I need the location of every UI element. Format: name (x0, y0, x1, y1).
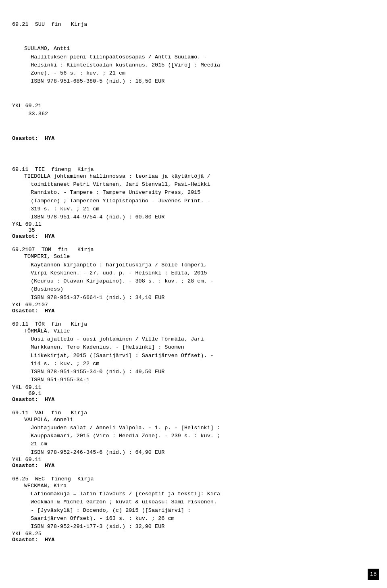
entry2-ykl: YKL 69.2107 (12, 302, 375, 308)
entry2-header: 69.2107 TOM fin Kirja (12, 247, 375, 253)
entry-tormala: 69.11 TÖR fin Kirja TÖRMÄLÄ, Ville Uusi … (12, 321, 375, 403)
entry2-body: TOMPERI, Soile Käytännön kirjanpito : ha… (12, 253, 375, 302)
entry3-header: 69.11 TÖR fin Kirja (12, 321, 375, 327)
entry4-osastot: Osastot: HYA (12, 463, 375, 469)
entry4-ykl: YKL 69.11 (12, 457, 375, 463)
entry5-header: 68.25 WEC fineng Kirja (12, 476, 375, 482)
entry5-osastot: Osastot: HYA (12, 537, 375, 543)
entry-valpola: 69.11 VAL fin Kirja VALPOLA, Anneli Joht… (12, 410, 375, 469)
entry1-osastot: Osastot: HYA (12, 233, 375, 239)
entry3-ykl: YKL 69.11 69.1 (12, 384, 375, 397)
partial-ykl: YKL 69.21 33.362 (12, 102, 375, 118)
entry5-ykl: YKL 68.25 (12, 531, 375, 537)
entry5-body: WECKMAN, Kira Latinomakuja = latin flavo… (12, 482, 375, 531)
entry1-ykl: YKL 69.11 35 (12, 221, 375, 233)
page-number: 18 (368, 569, 379, 580)
entry-tiedolla: 69.11 TIE fineng Kirja TIEDOLLA johtamin… (12, 166, 375, 240)
entry3-osastot: Osastot: HYA (12, 397, 375, 403)
entry-tomperi: 69.2107 TOM fin Kirja TOMPERI, Soile Käy… (12, 247, 375, 314)
entry1-header: 69.11 TIE fineng Kirja (12, 166, 375, 172)
entry4-header: 69.11 VAL fin Kirja (12, 410, 375, 416)
entry2-osastot: Osastot: HYA (12, 308, 375, 314)
entry-weckman: 68.25 WEC fineng Kirja WECKMAN, Kira Lat… (12, 476, 375, 543)
partial-entry-body: SUULAMO, Antti Hallituksen pieni tilinpä… (12, 45, 375, 85)
entry3-body: TÖRMÄLÄ, Ville Uusi ajattelu - uusi joht… (12, 327, 375, 384)
entry4-body: VALPOLA, Anneli Johtajuuden salat / Anne… (12, 416, 375, 457)
partial-entry-top: 69.21 SUU fin Kirja SUULAMO, Antti Halli… (12, 4, 375, 159)
partial-osastot: Osastot: HYA (12, 135, 375, 143)
partial-entry-header: 69.21 SUU fin Kirja (12, 21, 375, 29)
page-container: 69.21 SUU fin Kirja SUULAMO, Antti Halli… (0, 0, 387, 588)
entry1-body: TIEDOLLA johtaminen hallinnossa : teoria… (12, 172, 375, 222)
